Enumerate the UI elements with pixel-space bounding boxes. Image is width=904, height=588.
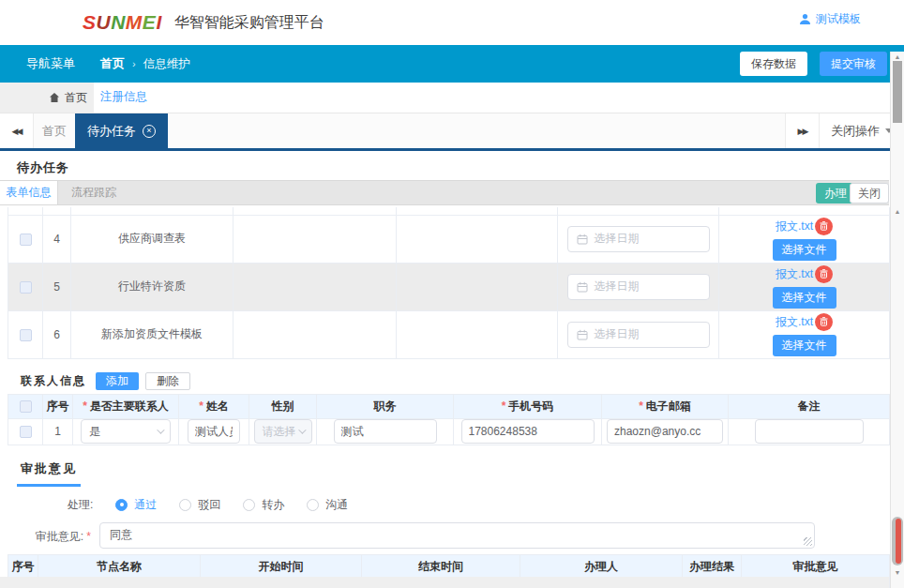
col-duty: 职务 — [317, 394, 454, 418]
row-checkbox[interactable] — [20, 329, 32, 341]
col-name: *姓名 — [179, 394, 249, 418]
delete-contact-button[interactable]: 删除 — [145, 372, 190, 390]
choose-file-button[interactable]: 选择文件 — [773, 287, 836, 309]
scrollbar-accent — [896, 519, 901, 564]
col-primary-contact: *是否主要联系人 — [73, 394, 179, 418]
tab-form-info[interactable]: 表单信息 — [0, 181, 58, 204]
tab-flow-tracking[interactable]: 流程跟踪 — [58, 181, 129, 204]
save-data-button[interactable]: 保存数据 — [740, 52, 807, 76]
select-value: 是 — [89, 424, 100, 440]
close-panel-button[interactable]: 关闭 — [850, 183, 889, 204]
logo-letter: S — [83, 11, 97, 34]
panel-tab-bar: 表单信息 流程跟踪 办理 关闭 — [0, 180, 889, 205]
submit-review-button[interactable]: 提交审核 — [820, 52, 887, 76]
radio-option-reject[interactable]: 驳回 — [179, 497, 220, 513]
bottom-strip — [0, 577, 889, 588]
trash-icon — [820, 221, 828, 231]
row-checkbox[interactable] — [20, 281, 32, 294]
calendar-icon — [577, 329, 588, 340]
radio-icon — [179, 499, 191, 511]
uploaded-file-link[interactable]: 报文.txt — [776, 266, 813, 282]
email-input[interactable] — [607, 419, 723, 444]
radio-option-approve[interactable]: 通过 — [115, 497, 157, 513]
gender-select[interactable]: 请选择 — [254, 419, 312, 444]
process-options-row: 处理: 通过 驳回 转办 沟通 — [68, 497, 889, 513]
tab-todo-tasks[interactable]: 待办任务 × — [75, 113, 168, 148]
choose-file-button[interactable]: 选择文件 — [773, 335, 836, 356]
scroll-tabs-left-button[interactable]: ◀◀ — [0, 113, 34, 148]
contact-name-input[interactable] — [188, 419, 240, 444]
select-placeholder: 请选择 — [263, 424, 296, 440]
col-opinion: 审批意见 — [742, 554, 890, 579]
home-icon — [50, 93, 59, 102]
tab-home[interactable]: 首页 — [34, 113, 75, 148]
phone-input[interactable] — [461, 419, 595, 444]
process-header-row: 序号 节点名称 开始时间 结束时间 办理人 办理结果 审批意见 — [8, 554, 890, 579]
nav-menu-toggle[interactable]: 导航菜单 — [26, 55, 75, 72]
scroll-tabs-right-button[interactable]: ▶▶ — [785, 113, 819, 148]
expiry-date-input[interactable]: 选择日期 — [567, 226, 710, 252]
logo-letter: M — [126, 11, 143, 34]
uploaded-file-link[interactable]: 报文.txt — [776, 314, 813, 330]
radio-option-communicate[interactable]: 沟通 — [307, 497, 348, 513]
add-contact-button[interactable]: 添加 — [96, 372, 139, 390]
scroll-left-icon: ◀◀ — [12, 127, 22, 136]
select-all-checkbox[interactable] — [20, 400, 32, 413]
main-navbar: 导航菜单 首页 › 信息维护 保存数据 提交审核 — [0, 45, 904, 83]
resize-grip[interactable] — [804, 537, 812, 546]
scrollbar-track[interactable]: ▲ ▲ ▼ — [890, 52, 904, 588]
outer-scrollbar-thumb[interactable] — [893, 61, 902, 123]
file-cell: 报文.txt 选择文件 — [719, 311, 889, 358]
date-placeholder: 选择日期 — [595, 231, 640, 247]
inner-scrollbar-thumb[interactable] — [892, 517, 903, 565]
expiry-date-input[interactable]: 选择日期 — [567, 274, 710, 300]
close-operations-label: 关闭操作 — [831, 123, 880, 140]
inner-scroll-up-arrow-icon[interactable]: ▲ — [891, 207, 904, 217]
opinion-label: 审批意见: * — [8, 522, 94, 545]
col-gender: 性别 — [249, 394, 317, 418]
breadcrumb-home[interactable]: 首页 — [100, 55, 125, 72]
inner-scroll-down-arrow-icon[interactable]: ▼ — [891, 568, 904, 578]
row-checkbox[interactable] — [20, 234, 32, 246]
user-menu[interactable]: 测试模板 — [799, 11, 861, 27]
table-row-partial — [8, 207, 890, 215]
radio-option-transfer[interactable]: 转办 — [243, 497, 284, 513]
logo-letter: N — [111, 11, 126, 34]
sunmei-logo: SUNMEI — [83, 11, 162, 34]
delete-file-button[interactable] — [815, 265, 833, 283]
close-tab-icon[interactable]: × — [143, 125, 156, 138]
sidebar-item-label: 首页 — [65, 90, 87, 106]
tab-strip: ◀◀ 首页 待办任务 × ▶▶ 关闭操作 — [0, 113, 904, 151]
col-email: *电子邮箱 — [602, 394, 729, 418]
duty-input[interactable] — [334, 419, 437, 444]
contact-section-bar: 联系人信息 添加 删除 — [8, 372, 889, 390]
row-seq: 4 — [43, 215, 71, 263]
col-handler: 办理人 — [520, 554, 683, 579]
calendar-icon — [577, 281, 588, 293]
opinion-textarea[interactable]: 同意 — [99, 522, 815, 549]
uploaded-file-link[interactable]: 报文.txt — [776, 219, 813, 234]
primary-contact-select[interactable]: 是 — [81, 419, 171, 444]
delete-file-button[interactable] — [815, 218, 833, 235]
breadcrumb-current: 信息维护 — [143, 56, 190, 72]
register-info-tab[interactable]: 注册信息 — [100, 83, 147, 111]
qualification-table: 4 供应商调查表 选择日期 报文.txt 选择文件 — [8, 207, 890, 359]
col-start-time: 开始时间 — [201, 554, 362, 579]
navbar-actions: 保存数据 提交审核 — [740, 52, 887, 76]
expiry-date-input[interactable]: 选择日期 — [567, 322, 710, 348]
page-title: 华智智能采购管理平台 — [174, 13, 324, 33]
subnav-row: 首页 注册信息 — [0, 83, 904, 113]
date-placeholder: 选择日期 — [595, 279, 640, 294]
sidebar-item-home[interactable]: 首页 — [0, 83, 94, 113]
choose-file-button[interactable]: 选择文件 — [773, 239, 836, 261]
contact-row: 1 是 请选择 — [8, 418, 890, 445]
remark-input[interactable] — [755, 419, 864, 444]
row-checkbox[interactable] — [20, 426, 32, 438]
qualification-name: 行业特许资质 — [71, 263, 234, 310]
col-seq: 序号 — [43, 394, 73, 418]
trash-icon — [820, 317, 828, 326]
delete-file-button[interactable] — [815, 313, 833, 331]
panel-title: 待办任务 — [17, 151, 889, 176]
file-cell: 报文.txt 选择文件 — [719, 216, 889, 263]
col-result: 办理结果 — [683, 554, 742, 579]
